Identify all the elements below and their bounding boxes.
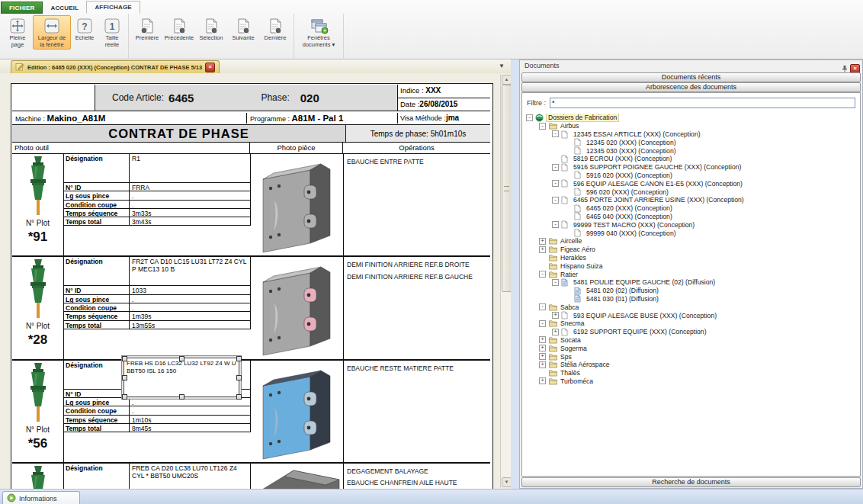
tree-item[interactable]: 5819 ECROU (XXX) (Conception) bbox=[525, 155, 858, 163]
actual-size-button[interactable]: 1 Taille réelle bbox=[98, 15, 126, 50]
document-tree-bar[interactable]: Arborescence des documents bbox=[521, 82, 861, 92]
scale-button[interactable]: ? Echelle bbox=[71, 15, 98, 43]
tree-item[interactable]: +Turboméca bbox=[525, 377, 858, 386]
tree-item-label[interactable]: Airbus bbox=[559, 122, 580, 130]
tree-item-label[interactable]: 5481 030 (01) (Diffusion) bbox=[585, 295, 660, 303]
tree-item-label[interactable]: Sogerma bbox=[559, 345, 589, 352]
tree-item-label[interactable]: Hispano Suiza bbox=[559, 262, 604, 270]
lg-value[interactable]: . bbox=[130, 398, 250, 406]
tree-item[interactable]: +Figeac Aéro bbox=[525, 246, 858, 254]
selection-handle[interactable] bbox=[122, 394, 127, 400]
expand-icon[interactable]: + bbox=[539, 361, 546, 368]
tree-item-label[interactable]: Sps bbox=[559, 353, 573, 361]
cond-value[interactable]: . bbox=[130, 303, 250, 311]
collapse-icon[interactable]: - bbox=[552, 130, 559, 137]
nid-value[interactable]: 1033 bbox=[130, 286, 250, 294]
lg-value[interactable]: . bbox=[130, 191, 250, 199]
tree-item[interactable]: +Aircelle bbox=[525, 237, 858, 246]
tree-item[interactable]: -Sabca bbox=[525, 303, 858, 311]
tree-item[interactable]: 99999 040 (XXX) (Conception) bbox=[525, 229, 858, 237]
tree-item-label[interactable]: Figeac Aéro bbox=[559, 246, 597, 253]
tree-item[interactable]: -5916 SUPPORT POIGNEE GAUCHE (XXX) (Conc… bbox=[525, 163, 858, 172]
expand-icon[interactable]: + bbox=[539, 336, 546, 343]
selection-handle[interactable] bbox=[236, 394, 242, 400]
tseq-value[interactable]: 1m39s bbox=[130, 312, 250, 319]
tree-item-label[interactable]: 596 EQUIP ALESAGE CANON E1-E5 (XXX) (Con… bbox=[572, 180, 744, 188]
ttot-value[interactable]: 13m55s bbox=[130, 321, 250, 329]
selection-handle[interactable] bbox=[179, 356, 184, 361]
tree-item-label[interactable]: 5916 SUPPORT POIGNEE GAUCHE (XXX) (Conce… bbox=[572, 163, 743, 171]
tree-item-label[interactable]: 6465 020 (XXX) (Conception) bbox=[585, 204, 674, 212]
tree-item-label[interactable]: 5481 020 (02) (Diffusion) bbox=[585, 287, 660, 294]
tree-item-label[interactable]: 12345 030 (XXX) (Conception) bbox=[585, 147, 678, 155]
selection-handle[interactable] bbox=[236, 375, 242, 380]
operations-text[interactable]: DEMI FINITION ARRIERE REF.B DROITE DEMI … bbox=[343, 257, 490, 358]
tree-item-label[interactable]: 12345 020 (XXX) (Conception) bbox=[585, 139, 678, 146]
expand-icon[interactable]: + bbox=[552, 329, 559, 335]
designation-value[interactable]: FR2T CA D10 LC15 LU31 LT72 Z4 CYL P MEC1… bbox=[130, 257, 250, 285]
collapse-icon[interactable]: - bbox=[539, 320, 546, 327]
tree-item[interactable]: +6192 SUPPORT EQUIPE (XXX) (Conception) bbox=[525, 328, 858, 336]
tree-item[interactable]: 6465 040 (XXX) (Conception) bbox=[525, 213, 858, 221]
tree-item[interactable]: 6465 020 (XXX) (Conception) bbox=[525, 204, 858, 213]
close-document-icon[interactable]: × bbox=[205, 63, 215, 72]
selected-field[interactable]: FREB HS D16 LC32 LU32 LT92 Z4 W U BBT50 … bbox=[124, 358, 239, 397]
informations-tab[interactable]: Informations bbox=[2, 491, 80, 504]
expand-icon[interactable]: + bbox=[539, 353, 546, 360]
selection-handle[interactable] bbox=[179, 394, 184, 400]
phase-value[interactable]: 020 bbox=[300, 91, 319, 104]
programme-value[interactable]: A81M - Pal 1 bbox=[292, 114, 344, 123]
collapse-icon[interactable]: - bbox=[539, 303, 546, 310]
visa-value[interactable]: jma bbox=[446, 114, 459, 122]
tree-item-label[interactable]: Stélia Aérospace bbox=[559, 361, 611, 368]
filter-input[interactable] bbox=[550, 98, 855, 108]
ttot-value[interactable]: 3m43s bbox=[130, 217, 250, 225]
tree-item-label[interactable]: Socata bbox=[559, 336, 582, 344]
recent-documents-bar[interactable]: Documents récents bbox=[521, 72, 861, 82]
tree-item-label[interactable]: 5819 ECROU (XXX) (Conception) bbox=[572, 155, 673, 162]
collapse-icon[interactable]: - bbox=[526, 114, 533, 121]
expand-icon[interactable]: + bbox=[539, 345, 546, 352]
tree-item[interactable]: Thalès bbox=[525, 369, 858, 377]
tree-item[interactable]: +Stélia Aérospace bbox=[525, 361, 858, 369]
tree-item-label[interactable]: Turboméca bbox=[559, 377, 595, 385]
tree-item[interactable]: Herakles bbox=[525, 254, 858, 262]
tree-item[interactable]: -99999 TEST MACRO (XXX) (Conception) bbox=[525, 220, 858, 229]
tree-item[interactable]: 596 020 (XXX) (Conception) bbox=[525, 188, 858, 196]
tree-item[interactable]: -Dossiers de Fabrication bbox=[525, 114, 858, 122]
cond-value[interactable]: . bbox=[130, 406, 250, 414]
tree-item-label[interactable]: Sabca bbox=[559, 303, 580, 311]
tree-item[interactable]: 5916 020 (XXX) (Conception) bbox=[525, 172, 858, 180]
tab-affichage[interactable]: AFFICHAGE bbox=[86, 1, 140, 14]
document-windows-button[interactable]: Fenêtres documents ▾ bbox=[297, 15, 341, 50]
expand-icon[interactable]: + bbox=[539, 377, 546, 384]
tree-item-label[interactable]: 5481 POULIE EQUIPE GAUCHE (02) (Diffusio… bbox=[572, 278, 717, 286]
collapse-icon[interactable]: - bbox=[539, 271, 546, 278]
tree-item[interactable]: -Ratier bbox=[525, 270, 858, 278]
tree-item[interactable]: -596 EQUIP ALESAGE CANON E1-E5 (XXX) (Co… bbox=[525, 179, 858, 188]
tree-item-label[interactable]: 596 020 (XXX) (Conception) bbox=[585, 188, 670, 196]
operations-text[interactable]: DEGAGEMENT BALAYAGE EBAUCHE CHANFREIN AI… bbox=[343, 464, 490, 490]
tree-item-label[interactable]: Aircelle bbox=[559, 237, 583, 245]
selection-handle[interactable] bbox=[122, 375, 127, 380]
tree-item-label[interactable]: 593 EQUIP ALESAGE BUSE (XXX) (Conception… bbox=[572, 312, 718, 319]
tseq-value[interactable]: 1m10s bbox=[130, 416, 250, 423]
designation-value[interactable]: R1 bbox=[130, 154, 250, 182]
tree-item[interactable]: Hispano Suiza bbox=[525, 262, 858, 270]
next-page-button[interactable]: Suivante bbox=[227, 15, 259, 43]
tree-item-label[interactable]: Herakles bbox=[559, 254, 588, 262]
expand-icon[interactable]: + bbox=[539, 238, 546, 245]
collapse-icon[interactable]: - bbox=[552, 180, 559, 187]
operations-text[interactable]: EBAUCHE ENTRE PATTE bbox=[343, 154, 490, 255]
first-page-button[interactable]: Première bbox=[131, 15, 163, 43]
tree-item-label[interactable]: Thalès bbox=[559, 369, 582, 377]
previous-page-button[interactable]: Précédente bbox=[163, 15, 195, 43]
fit-width-button[interactable]: Largeur de la fenêtre bbox=[33, 15, 71, 50]
tree-item[interactable]: +Socata bbox=[525, 336, 858, 345]
tree-item[interactable]: 12345 030 (XXX) (Conception) bbox=[525, 146, 858, 155]
collapse-icon[interactable]: - bbox=[552, 221, 559, 228]
expand-icon[interactable]: + bbox=[552, 312, 559, 319]
tree-item-label[interactable]: 5916 020 (XXX) (Conception) bbox=[585, 172, 674, 179]
collapse-icon[interactable]: - bbox=[539, 123, 546, 130]
collapse-icon[interactable]: - bbox=[552, 197, 559, 204]
